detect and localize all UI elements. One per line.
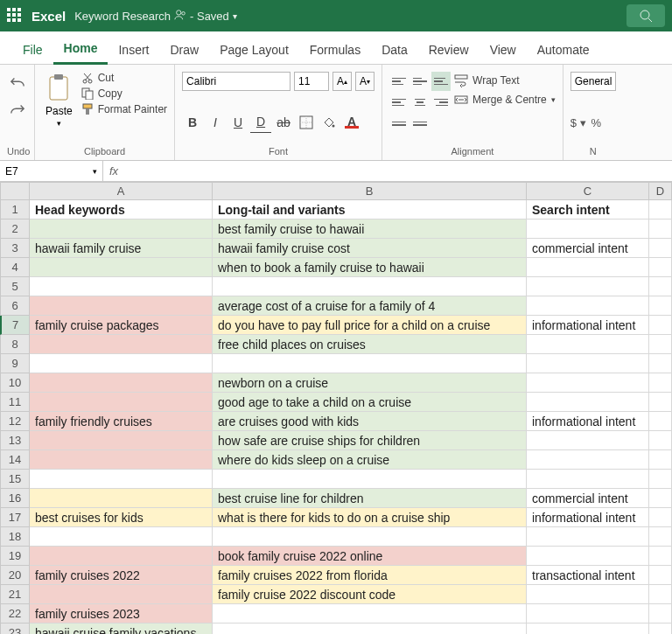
- cell[interactable]: [649, 354, 672, 373]
- align-center-button[interactable]: [410, 93, 430, 112]
- row-header[interactable]: 16: [0, 489, 30, 508]
- cell[interactable]: [649, 431, 672, 450]
- cell[interactable]: [30, 393, 213, 412]
- cell[interactable]: [527, 373, 649, 393]
- cell[interactable]: [30, 470, 213, 489]
- cell[interactable]: [649, 335, 672, 354]
- cell[interactable]: [649, 547, 672, 566]
- search-button[interactable]: [626, 4, 665, 27]
- paste-button[interactable]: Paste ▾: [42, 72, 76, 129]
- decrease-font-button[interactable]: A▾: [355, 72, 374, 91]
- cell[interactable]: [649, 219, 672, 239]
- cell[interactable]: [213, 624, 527, 634]
- row-header[interactable]: 9: [0, 354, 30, 373]
- cell[interactable]: [527, 527, 649, 547]
- cell[interactable]: family cruises 2022: [30, 566, 213, 585]
- cell[interactable]: do you have to pay full price for a chil…: [213, 316, 527, 335]
- app-launcher-icon[interactable]: [7, 8, 23, 24]
- cell[interactable]: commercial intent: [527, 489, 649, 508]
- cell[interactable]: [527, 296, 649, 316]
- cell[interactable]: family cruises 2023: [30, 604, 213, 624]
- align-middle-button[interactable]: [410, 72, 430, 91]
- cell[interactable]: [649, 373, 672, 393]
- cell[interactable]: informational intent: [527, 508, 649, 527]
- cell[interactable]: [527, 335, 649, 354]
- align-left-button[interactable]: [389, 93, 409, 112]
- cell[interactable]: [30, 585, 213, 604]
- tab-insert[interactable]: Insert: [108, 38, 159, 64]
- font-name-select[interactable]: [182, 72, 290, 91]
- cell[interactable]: [649, 239, 672, 258]
- cell[interactable]: [30, 219, 213, 239]
- row-header[interactable]: 7: [0, 316, 30, 335]
- cell[interactable]: [30, 335, 213, 354]
- cell[interactable]: good age to take a child on a cruise: [213, 393, 527, 412]
- cell[interactable]: informational intent: [527, 412, 649, 431]
- row-header[interactable]: 8: [0, 335, 30, 354]
- number-format-select[interactable]: [570, 72, 616, 91]
- align-bottom-button[interactable]: [431, 72, 451, 91]
- cell[interactable]: [30, 373, 213, 393]
- tab-formulas[interactable]: Formulas: [299, 38, 371, 64]
- cell[interactable]: best cruises for kids: [30, 508, 213, 527]
- row-header[interactable]: 13: [0, 431, 30, 450]
- cell[interactable]: [213, 470, 527, 489]
- align-right-button[interactable]: [431, 93, 451, 112]
- column-header[interactable]: D: [649, 182, 672, 200]
- cell[interactable]: [649, 200, 672, 219]
- cell[interactable]: best cruise line for children: [213, 489, 527, 508]
- merge-centre-button[interactable]: Merge & Centre▾: [454, 93, 556, 107]
- wrap-text-button[interactable]: Wrap Text: [454, 73, 556, 87]
- double-underline-button[interactable]: D: [250, 112, 271, 133]
- cell[interactable]: hawaii family cruise cost: [213, 239, 527, 258]
- cell[interactable]: [649, 508, 672, 527]
- row-header[interactable]: 2: [0, 219, 30, 239]
- row-header[interactable]: 1: [0, 200, 30, 219]
- font-size-select[interactable]: [294, 72, 329, 91]
- cell[interactable]: [649, 393, 672, 412]
- cell[interactable]: [527, 258, 649, 277]
- italic-button[interactable]: I: [205, 112, 226, 133]
- cell[interactable]: informational intent: [527, 316, 649, 335]
- row-header[interactable]: 10: [0, 373, 30, 393]
- name-box[interactable]: E7▾: [0, 161, 103, 181]
- tab-draw[interactable]: Draw: [159, 38, 209, 64]
- cell[interactable]: [30, 450, 213, 470]
- cell[interactable]: [527, 450, 649, 470]
- cell[interactable]: [649, 489, 672, 508]
- cell[interactable]: [30, 431, 213, 450]
- cell[interactable]: commercial intent: [527, 239, 649, 258]
- cell[interactable]: book family cruise 2022 online: [213, 547, 527, 566]
- cell[interactable]: [213, 354, 527, 373]
- cell[interactable]: [649, 566, 672, 585]
- cell[interactable]: [649, 258, 672, 277]
- cell[interactable]: where do kids sleep on a cruise: [213, 450, 527, 470]
- cell[interactable]: family cruise 2022 discount code: [213, 585, 527, 604]
- cell[interactable]: Long-tail and variants: [213, 200, 527, 219]
- cell[interactable]: hawaii cruise family vacations: [30, 624, 213, 634]
- tab-data[interactable]: Data: [371, 38, 418, 64]
- cut-button[interactable]: Cut: [81, 72, 167, 84]
- redo-button[interactable]: [10, 102, 25, 121]
- tab-automate[interactable]: Automate: [527, 38, 600, 64]
- tab-page-layout[interactable]: Page Layout: [209, 38, 299, 64]
- cell[interactable]: [649, 277, 672, 296]
- column-header[interactable]: A: [30, 182, 213, 200]
- strikethrough-button[interactable]: ab: [273, 112, 294, 133]
- cell[interactable]: [527, 547, 649, 566]
- row-header[interactable]: 15: [0, 470, 30, 489]
- cell[interactable]: [649, 585, 672, 604]
- column-header[interactable]: C: [527, 182, 649, 200]
- cell[interactable]: [527, 585, 649, 604]
- chevron-down-icon[interactable]: ▾: [233, 11, 237, 21]
- cell[interactable]: [649, 624, 672, 634]
- row-header[interactable]: 17: [0, 508, 30, 527]
- cell[interactable]: [649, 450, 672, 470]
- borders-button[interactable]: [296, 112, 317, 133]
- row-header[interactable]: 12: [0, 412, 30, 431]
- cell[interactable]: [527, 354, 649, 373]
- row-header[interactable]: 23: [0, 624, 30, 634]
- cell[interactable]: family cruise packages: [30, 316, 213, 335]
- row-header[interactable]: 22: [0, 604, 30, 624]
- tab-file[interactable]: File: [12, 38, 53, 64]
